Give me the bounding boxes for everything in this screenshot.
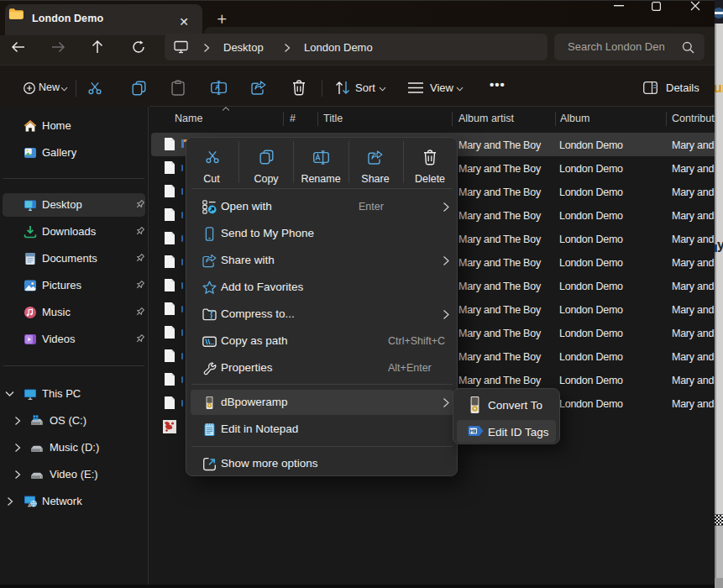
svg-text:A: A (215, 84, 220, 92)
